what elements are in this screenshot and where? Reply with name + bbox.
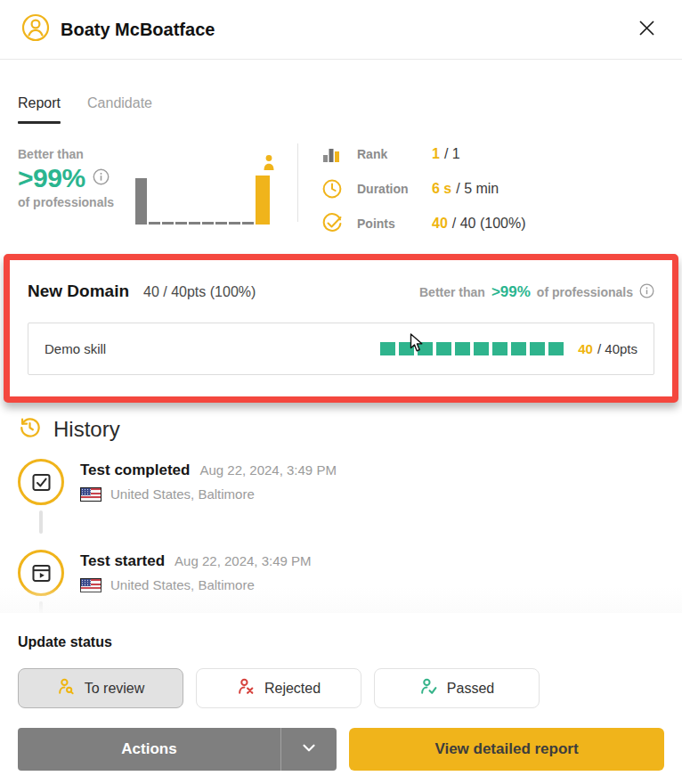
duration-total: / 5 min xyxy=(456,181,499,197)
info-icon[interactable] xyxy=(639,283,654,301)
actions-button[interactable]: Actions xyxy=(18,728,281,771)
actions-split-button: Actions xyxy=(18,728,337,771)
view-detailed-report-button[interactable]: View detailed report xyxy=(349,728,664,771)
candidate-name: Boaty McBoatface xyxy=(61,20,215,40)
points-value: 40 xyxy=(432,216,448,232)
domain-title: New Domain xyxy=(28,282,129,301)
calendar-check-icon xyxy=(18,459,64,505)
stat-rank: Rank 1 / 1 xyxy=(321,143,526,165)
to-review-button[interactable]: To review xyxy=(18,668,183,708)
domain-better-than: Better than >99% of professionals xyxy=(419,283,654,301)
timeline-connector xyxy=(39,510,43,534)
rejected-label: Rejected xyxy=(264,681,321,697)
tab-candidate[interactable]: Candidate xyxy=(87,95,152,124)
summary-stats-section: Better than >99% of professionals xyxy=(0,124,682,234)
history-icon xyxy=(18,415,42,443)
history-title: History xyxy=(53,417,120,442)
event-title: Test started xyxy=(80,552,165,570)
skill-row[interactable]: Demo skill 40 / 40pts xyxy=(28,323,654,375)
passed-label: Passed xyxy=(447,681,494,697)
skill-value: 40 xyxy=(578,341,593,356)
event-title: Test completed xyxy=(80,461,190,479)
clock-icon xyxy=(321,178,343,200)
rank-value: 1 xyxy=(432,146,440,162)
tab-report[interactable]: Report xyxy=(18,95,61,124)
points-label: Points xyxy=(357,216,432,231)
event-timestamp: Aug 22, 2024, 3:49 PM xyxy=(175,553,311,568)
close-icon xyxy=(637,28,657,41)
event-location: United States, Baltimore xyxy=(110,486,255,502)
person-search-icon xyxy=(57,677,76,699)
check-circle-icon xyxy=(321,213,343,234)
report-tabs: Report Candidate xyxy=(0,60,682,124)
actions-dropdown-toggle[interactable] xyxy=(281,728,337,771)
stat-duration: Duration 6 s / 5 min xyxy=(321,178,526,200)
footer-panel: Update status To review Reje xyxy=(0,613,682,784)
skill-progress-bar xyxy=(380,342,564,355)
candidate-avatar-icon xyxy=(21,13,50,45)
better-value: >99% xyxy=(491,283,531,301)
rank-total: / 1 xyxy=(444,146,460,162)
rank-label: Rank xyxy=(357,147,432,161)
mini-distribution-chart xyxy=(135,140,276,225)
passed-button[interactable]: Passed xyxy=(374,668,540,708)
candidate-marker-person-icon xyxy=(262,154,276,174)
domain-header: New Domain 40 / 40pts (100%) Better than… xyxy=(28,282,654,301)
domain-section-highlight-annotation: New Domain 40 / 40pts (100%) Better than… xyxy=(4,254,678,403)
info-icon[interactable] xyxy=(93,168,110,189)
points-total: / 40 (100%) xyxy=(452,216,526,232)
footer-actions-row: Actions View detailed report xyxy=(18,728,664,771)
person-check-icon xyxy=(419,677,438,699)
person-x-icon xyxy=(237,677,256,699)
us-flag-icon xyxy=(80,487,101,502)
duration-label: Duration xyxy=(357,182,432,196)
duration-value: 6 s xyxy=(432,181,451,197)
percentile-block: Better than >99% of professionals xyxy=(18,140,132,209)
better-prefix: Better than xyxy=(419,285,485,299)
dialog-header: Boaty McBoatface xyxy=(0,0,682,60)
rejected-button[interactable]: Rejected xyxy=(196,668,361,708)
percentile-value: >99% xyxy=(18,163,85,193)
domain-score: 40 / 40pts (100%) xyxy=(143,284,256,300)
chevron-down-icon xyxy=(299,738,319,761)
to-review-label: To review xyxy=(85,681,145,697)
history-event-completed: Test completed Aug 22, 2024, 3:49 PM Uni… xyxy=(18,459,664,505)
rank-bars-icon xyxy=(321,143,343,165)
event-timestamp: Aug 22, 2024, 3:49 PM xyxy=(199,462,336,478)
vertical-divider xyxy=(297,143,298,222)
update-status-label: Update status xyxy=(18,634,664,650)
skill-total: / 40pts xyxy=(597,341,637,356)
close-button[interactable] xyxy=(633,14,661,45)
better-suffix: of professionals xyxy=(537,285,633,299)
stats-list: Rank 1 / 1 Duration 6 s / 5 min Poin xyxy=(321,140,526,234)
percentile-suffix: of professionals xyxy=(18,195,132,209)
skill-name: Demo skill xyxy=(45,341,106,356)
percentile-prefix: Better than xyxy=(18,147,132,161)
status-buttons-row: To review Rejected Passed xyxy=(18,668,664,708)
stat-points: Points 40 / 40 (100%) xyxy=(321,213,526,234)
